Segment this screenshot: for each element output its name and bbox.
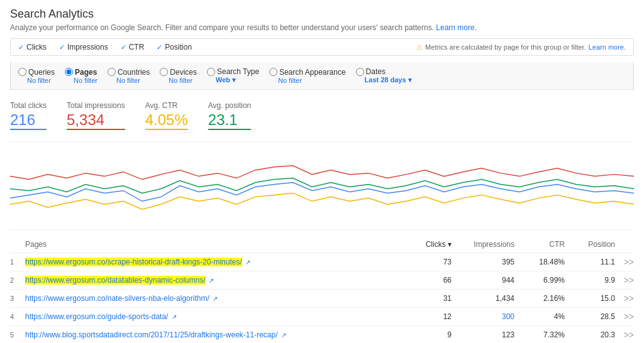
filter-countries[interactable]: Countries No filter bbox=[108, 68, 150, 84]
metrics-bar: ✓ Clicks ✓ Impressions ✓ CTR ✓ Position … bbox=[10, 38, 634, 56]
col-header-impressions[interactable]: Impressions bbox=[452, 240, 514, 249]
metrics-note: ⚠ Metrics are calculated by page for thi… bbox=[416, 43, 626, 52]
table-row: 5 http://www.blog.sportsdatadirect.com/2… bbox=[10, 326, 634, 343]
table-row: 3 https://www.ergosum.co/nate-silvers-nb… bbox=[10, 290, 634, 308]
stat-ctr: Avg. CTR 4.05% bbox=[145, 97, 208, 134]
stat-position: Avg. position 23.1 bbox=[208, 97, 264, 134]
col-header-position[interactable]: Position bbox=[565, 240, 615, 249]
row-expand[interactable]: >> bbox=[615, 330, 634, 340]
stats-row: Total clicks 216 Total impressions 5,334… bbox=[10, 90, 634, 142]
col-header-pages: Pages bbox=[25, 240, 401, 249]
chart-area bbox=[10, 142, 634, 230]
learn-more-link[interactable]: Learn more. bbox=[436, 23, 477, 32]
row-expand[interactable]: >> bbox=[615, 293, 634, 303]
metrics-learn-more-link[interactable]: Learn more. bbox=[589, 43, 626, 51]
page-description: Analyze your performance on Google Searc… bbox=[10, 23, 634, 32]
col-header-clicks[interactable]: Clicks ▾ bbox=[401, 240, 452, 249]
filter-queries[interactable]: Queries No filter bbox=[18, 68, 55, 84]
filter-devices[interactable]: Devices No filter bbox=[160, 68, 197, 84]
filter-dates[interactable]: Dates Last 28 days ▾ bbox=[356, 67, 412, 84]
metric-impressions[interactable]: ✓ Impressions bbox=[59, 43, 108, 52]
stat-impressions: Total impressions 5,334 bbox=[67, 97, 145, 134]
metric-ctr[interactable]: ✓ CTR bbox=[121, 43, 145, 52]
filter-search-appearance[interactable]: Search Appearance No filter bbox=[269, 68, 345, 84]
table-row: 1 https://www.ergosum.co/scrape-historic… bbox=[10, 253, 634, 271]
filter-pages[interactable]: Pages No filter bbox=[65, 68, 97, 84]
row-expand[interactable]: >> bbox=[615, 312, 634, 322]
metric-clicks[interactable]: ✓ Clicks bbox=[18, 43, 47, 52]
col-header-ctr[interactable]: CTR bbox=[514, 240, 565, 249]
row-expand[interactable]: >> bbox=[615, 257, 634, 267]
warning-icon: ⚠ bbox=[416, 43, 423, 52]
metric-position[interactable]: ✓ Position bbox=[157, 43, 192, 52]
filter-search-type[interactable]: Search Type Web ▾ bbox=[207, 67, 259, 84]
table-row: 4 https://www.ergosum.co/guide-sports-da… bbox=[10, 308, 634, 326]
page-title: Search Analytics bbox=[10, 8, 634, 21]
filter-bar: Queries No filter Pages No filter Countr… bbox=[10, 62, 634, 90]
table-header: Pages Clicks ▾ Impressions CTR Position bbox=[10, 236, 634, 253]
row-expand[interactable]: >> bbox=[615, 275, 634, 285]
data-table: Pages Clicks ▾ Impressions CTR Position … bbox=[10, 236, 634, 343]
table-row: 2 https://www.ergosum.co/datatables-dyna… bbox=[10, 271, 634, 290]
stat-clicks: Total clicks 216 bbox=[10, 97, 67, 134]
